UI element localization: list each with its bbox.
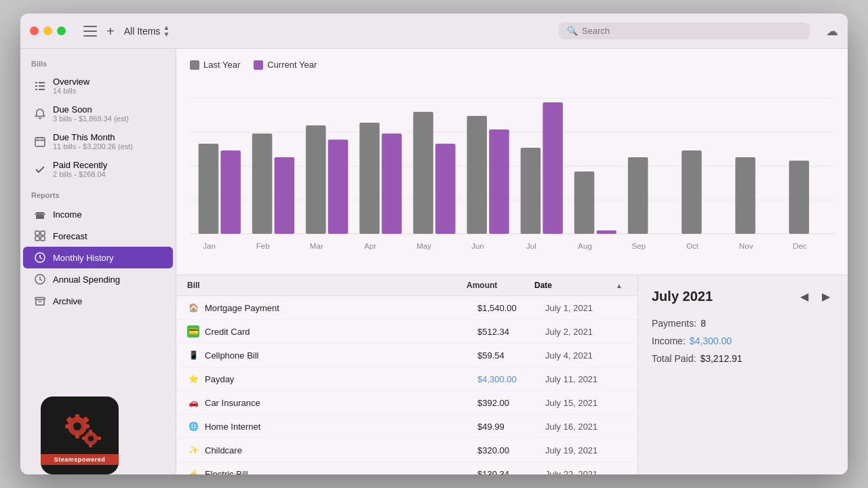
sidebar-item-monthly-history[interactable]: Monthly History <box>23 247 173 268</box>
amount-electric: $130.34 <box>477 469 545 475</box>
total-paid-value: $3,212.91 <box>700 353 742 364</box>
date-childcare: July 19, 2021 <box>545 445 627 455</box>
bill-name-mortgage: 🏠 Mortgage Payment <box>187 302 477 314</box>
clock2-icon <box>34 273 46 285</box>
svg-rect-1 <box>35 85 37 87</box>
sidebar-item-due-soon[interactable]: Due Soon 3 bills - $1,869.34 (est) <box>23 100 173 127</box>
svg-text:Jul: Jul <box>526 242 536 250</box>
amount-payday: $4,300.00 <box>477 374 545 384</box>
income-sum-value: $4,300.00 <box>690 336 732 346</box>
titlebar: + All Items ▲▼ 🔍 ☁ <box>20 14 848 49</box>
amount-mortgage: $1,540.00 <box>477 303 545 313</box>
minimize-button[interactable] <box>43 26 52 35</box>
svg-text:Feb: Feb <box>256 242 270 250</box>
svg-rect-35 <box>413 112 433 234</box>
table-row[interactable]: 🚗 Car Insurance $392.00 July 15, 2021 <box>176 391 637 415</box>
last-year-legend: Last Year <box>190 60 240 70</box>
table-row[interactable]: 🌐 Home Internet $49.99 July 16, 2021 <box>176 415 637 439</box>
current-year-label: Current Year <box>267 60 317 70</box>
bill-name-internet: 🌐 Home Internet <box>187 420 477 432</box>
table-row[interactable]: 🏠 Mortgage Payment $1,540.00 July 1, 202… <box>176 296 637 320</box>
overview-sub: 14 bills <box>53 87 90 95</box>
forecast-icon <box>34 230 46 242</box>
svg-rect-36 <box>435 144 456 234</box>
svg-rect-14 <box>35 231 39 235</box>
sidebar-item-income[interactable]: Income <box>23 203 173 225</box>
summary-payments: Payments: 8 <box>652 318 834 329</box>
table-row[interactable]: ✨ Childcare $320.00 July 19, 2021 <box>176 439 637 462</box>
table-row[interactable]: ⭐ Payday $4,300.00 July 11, 2021 <box>176 367 637 391</box>
due-soon-label: Due Soon <box>53 104 129 115</box>
date-car: July 15, 2021 <box>545 398 627 408</box>
sidebar-item-overview[interactable]: Overview 14 bills <box>23 72 173 100</box>
due-this-month-label: Due This Month <box>53 132 133 142</box>
payments-value: 8 <box>701 318 706 329</box>
bills-section-label: Bills <box>20 60 176 72</box>
svg-rect-62 <box>75 433 79 439</box>
date-cellphone: July 4, 2021 <box>545 350 627 361</box>
svg-rect-70 <box>89 443 92 447</box>
sidebar-item-annual-spending[interactable]: Annual Spending <box>23 268 173 290</box>
car-icon: 🚗 <box>187 396 199 409</box>
add-button[interactable]: + <box>104 24 117 38</box>
svg-point-60 <box>73 422 81 430</box>
svg-rect-46 <box>789 161 810 234</box>
all-items-selector[interactable]: All Items ▲▼ <box>124 24 170 38</box>
calendar-icon <box>34 136 46 148</box>
monthly-history-label: Monthly History <box>53 253 114 263</box>
steamspowered-overlay: Steamspowered <box>41 396 119 474</box>
summary-total-paid: Total Paid: $3,212.91 <box>652 353 834 364</box>
date-payday: July 11, 2021 <box>545 374 627 384</box>
sidebar-item-due-this-month[interactable]: Due This Month 11 bills - $3,200.26 (est… <box>23 127 173 155</box>
list-icon <box>34 80 46 92</box>
svg-rect-41 <box>574 171 595 234</box>
svg-rect-28 <box>220 150 241 234</box>
paid-recently-label: Paid Recently <box>53 160 107 170</box>
close-button[interactable] <box>30 26 39 35</box>
sidebar-item-archive[interactable]: Archive <box>23 290 173 312</box>
forecast-label: Forecast <box>53 231 87 241</box>
svg-rect-42 <box>597 230 617 234</box>
svg-rect-63 <box>65 424 71 428</box>
date-electric: July 22, 2021 <box>545 469 627 475</box>
chart-svg: Jan Feb Mar Apr May Jun Jul Aug Sep Oct … <box>190 78 834 268</box>
search-icon: 🔍 <box>567 26 578 36</box>
svg-rect-32 <box>328 140 349 234</box>
summary-income: Income: $4,300.00 <box>652 336 834 346</box>
svg-rect-40 <box>542 102 563 234</box>
steamspowered-label: Steamspowered <box>41 454 119 465</box>
search-bar[interactable]: 🔍 <box>559 22 810 39</box>
svg-rect-71 <box>82 436 86 440</box>
card-icon: 💳 <box>187 325 199 338</box>
table-row[interactable]: 📱 Cellphone Bill $59.54 July 4, 2021 <box>176 344 637 367</box>
last-year-label: Last Year <box>203 60 240 70</box>
prev-month-button[interactable]: ◀ <box>796 289 812 304</box>
sidebar-item-paid-recently[interactable]: Paid Recently 2 bills - $268.04 <box>23 155 173 183</box>
sidebar-item-forecast[interactable]: Forecast <box>23 225 173 247</box>
sidebar-toggle-button[interactable] <box>83 26 97 37</box>
svg-rect-10 <box>36 212 44 219</box>
table-row[interactable]: ⚡ Electric Bill $130.34 July 22, 2021 <box>176 462 637 474</box>
next-month-button[interactable]: ▶ <box>818 289 834 304</box>
content-area: Last Year Current Year <box>176 49 848 474</box>
summary-nav: ◀ ▶ <box>796 289 834 304</box>
maximize-button[interactable] <box>57 26 66 35</box>
svg-rect-27 <box>199 144 219 234</box>
amount-col-header: Amount <box>467 281 534 290</box>
last-year-color <box>190 60 199 70</box>
childcare-icon: ✨ <box>187 444 199 456</box>
payday-icon: ⭐ <box>187 373 199 385</box>
main-layout: Bills Overview 14 bills Due Soon 3 bills… <box>20 49 848 474</box>
table-row[interactable]: 💳 Credit Card $512.34 July 2, 2021 <box>176 320 637 344</box>
amount-internet: $49.99 <box>477 422 545 432</box>
app-window: + All Items ▲▼ 🔍 ☁ Bills Overview 14 bil… <box>20 14 848 474</box>
svg-rect-34 <box>382 134 402 234</box>
amount-cellphone: $59.54 <box>477 350 545 361</box>
search-input[interactable] <box>582 26 802 36</box>
globe-icon: 🌐 <box>187 420 199 432</box>
bill-name-electric: ⚡ Electric Bill <box>187 468 477 474</box>
bar-chart: Jan Feb Mar Apr May Jun Jul Aug Sep Oct … <box>190 78 834 274</box>
paid-recently-sub: 2 bills - $268.04 <box>53 170 107 178</box>
svg-rect-31 <box>306 125 326 234</box>
svg-rect-5 <box>39 89 45 90</box>
